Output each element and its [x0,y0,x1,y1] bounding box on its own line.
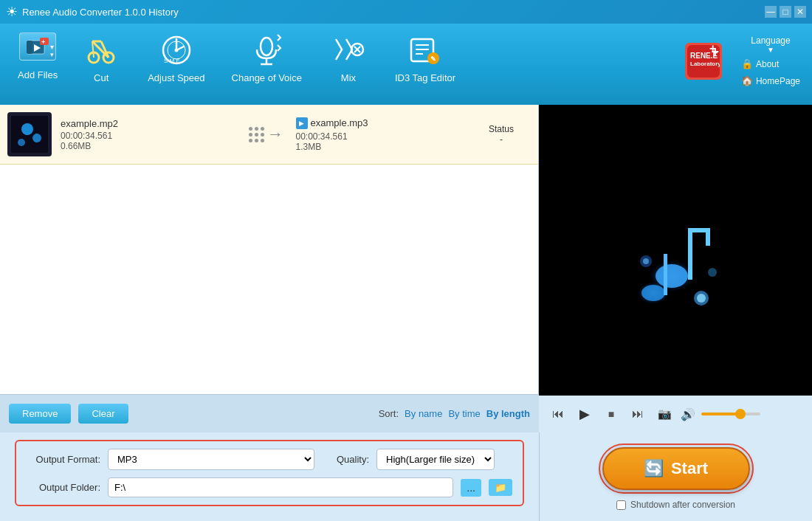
output-duration: 00:00:34.561 [296,131,472,142]
homepage-link[interactable]: 🏠 HomePage [737,74,805,88]
shutdown-checkbox[interactable] [616,500,626,510]
svg-text:+: + [41,38,45,46]
toolbar-item-id3-tag[interactable]: ✎ ID3 Tag Editor [382,24,469,89]
svg-point-36 [18,139,25,146]
toolbar-item-mix[interactable]: Mix [315,24,382,89]
cut-label: Cut [94,72,109,83]
language-arrow-icon: ▼ [767,46,774,54]
window-controls: — □ ✕ [765,6,806,18]
about-label: About [756,59,779,69]
folder-row: Output Folder: ... 📁 [27,477,512,497]
preview-panel: ⏮ ▶ ■ ⏭ 📷 🔊 [539,105,812,432]
mix-label: Mix [341,72,356,83]
clear-button[interactable]: Clear [78,404,128,424]
cut-icon [83,32,119,68]
id3-tag-icon: ✎ [407,32,443,68]
skip-back-button[interactable]: ⏮ [548,404,568,424]
about-link[interactable]: 🔒 About [737,57,805,71]
homepage-label: HomePage [756,76,800,86]
file-thumbnail [7,112,52,156]
volume-slider[interactable] [701,413,760,415]
sort-by-time[interactable]: By time [448,408,480,419]
output-file-icon: ▶ [296,117,308,129]
play-button[interactable]: ▶ [574,404,595,424]
output-settings-section: Output Format: MP3 MP4AACFLACWAV Quality… [0,432,539,521]
quality-select[interactable]: High(Larger file size) Medium Low [376,449,495,470]
svg-point-48 [697,294,706,303]
folder-input[interactable] [108,477,453,497]
sort-label: Sort: [379,408,399,419]
nav-links: Language ▼ 🔒 About 🏠 HomePage [737,30,805,88]
start-section: 🔄 Start Shutdown after conversion [539,432,812,521]
status-value: - [472,134,531,145]
sort-area: Sort: By name By time By length [379,408,530,419]
start-border-highlight: 🔄 Start [599,444,754,494]
input-file-name: example.mp2 [61,118,237,129]
svg-point-45 [641,285,665,301]
dots-arrow-icon [249,127,264,142]
add-files-label: Add Files [18,69,58,80]
adjust-speed-icon: S M F [159,32,194,68]
file-list: example.mp2 00:00:34.561 0.66MB [0,105,539,394]
toolbar-item-change-of-voice[interactable]: Change of Voice [219,24,315,89]
app-logo-icon: ☀ [6,4,18,20]
svg-rect-41 [688,228,692,280]
toolbar: + ▾ Add Files Cut [0,24,812,105]
sort-by-length[interactable]: By length [486,408,530,419]
shutdown-row: Shutdown after conversion [616,500,735,510]
full-bottom: Output Format: MP3 MP4AACFLACWAV Quality… [0,432,812,521]
skip-forward-button[interactable]: ⏭ [627,404,648,424]
close-button[interactable]: ✕ [794,6,806,18]
sort-by-name[interactable]: By name [405,408,442,419]
adjust-speed-label: Adjust Speed [148,72,204,83]
format-select[interactable]: MP3 MP4AACFLACWAV [108,449,314,470]
svg-point-50 [643,258,649,264]
file-status: Status - [472,124,531,145]
volume-icon: 🔊 [681,407,695,421]
brand-logo: RENE.E Laboratory + [685,43,722,80]
folder-label: Output Folder: [27,482,100,493]
conversion-arrow: → [237,125,296,144]
stop-button[interactable]: ■ [601,404,622,424]
minimize-button[interactable]: — [765,6,777,18]
browse-button[interactable]: ... [461,479,481,497]
add-files-icon: + ▾ [19,32,56,61]
file-info: example.mp2 00:00:34.561 0.66MB [61,118,237,151]
svg-rect-46 [664,254,667,295]
svg-rect-37 [26,125,28,135]
output-size: 1.3MB [296,142,472,152]
input-file-duration: 00:00:34.561 [61,131,237,141]
maximize-button[interactable]: □ [780,6,791,18]
toolbar-item-cut[interactable]: Cut [68,24,134,89]
svg-point-15 [174,49,178,52]
svg-rect-38 [35,134,38,142]
bottom-bar: Remove Clear Sort: By name By time By le… [0,394,539,432]
preview-video[interactable] [539,105,812,396]
open-folder-button[interactable]: 📁 [489,479,512,496]
player-controls: ⏮ ▶ ■ ⏭ 📷 🔊 [539,396,812,432]
screenshot-button[interactable]: 📷 [654,404,675,424]
language-label: Language [751,35,790,46]
output-file-name: example.mp3 [311,117,368,128]
table-row[interactable]: example.mp2 00:00:34.561 0.66MB [0,105,538,165]
input-file-size: 0.66MB [61,141,237,151]
home-icon: 🏠 [741,75,753,86]
refresh-icon: 🔄 [644,459,664,478]
toolbar-right: RENE.E Laboratory + Language ▼ 🔒 About 🏠… [685,24,805,88]
output-info: ▶ example.mp3 00:00:34.561 1.3MB [296,117,472,152]
svg-text:RENE.E: RENE.E [690,52,718,60]
svg-point-51 [708,268,717,277]
toolbar-item-adjust-speed[interactable]: S M F Adjust Speed [134,24,218,89]
toolbar-item-add-files[interactable]: + ▾ Add Files [7,24,68,86]
change-of-voice-icon [249,32,284,68]
change-of-voice-label: Change of Voice [232,72,302,83]
format-label: Output Format: [27,454,100,465]
titlebar: ☀ Renee Audio Converter 1.0.0 History — … [0,0,812,24]
remove-button[interactable]: Remove [9,404,71,424]
status-label: Status [472,124,531,134]
app-title: Renee Audio Converter 1.0.0 History [22,7,765,18]
start-label: Start [671,459,708,478]
start-button[interactable]: 🔄 Start [602,447,750,490]
language-section[interactable]: Language ▼ [737,35,805,54]
svg-text:✎: ✎ [430,55,436,63]
